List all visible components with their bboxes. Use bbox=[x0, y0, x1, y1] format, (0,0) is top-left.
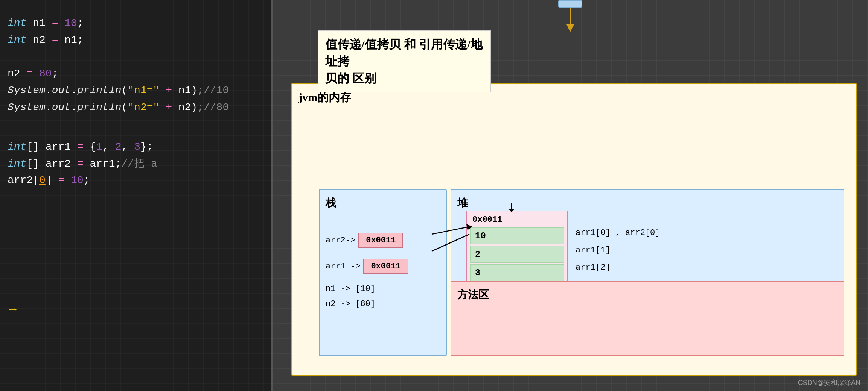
top-connector bbox=[558, 0, 582, 32]
heap-inner-box: 0x0011 10 2 3 bbox=[466, 211, 568, 286]
heap-cell-2: 3 bbox=[470, 264, 564, 281]
code-line-8: int[] arr2 = arr1;//把 a bbox=[8, 156, 263, 173]
stack-arr1-entry: arr1 -> 0x0011 bbox=[326, 259, 440, 274]
code-line-4: n2 = 80; bbox=[8, 65, 263, 82]
arr2-value: 0x0011 bbox=[358, 233, 403, 248]
method-box: 方法区 bbox=[451, 281, 844, 356]
arr2-label: arr2-> bbox=[326, 236, 355, 245]
code-line-3 bbox=[8, 49, 263, 66]
stack-arr2-entry: arr2-> 0x0011 bbox=[326, 233, 440, 248]
arr1-label: arr1 -> bbox=[326, 262, 360, 271]
stack-n1-entry: n1 -> [10] bbox=[326, 282, 440, 297]
connector-box bbox=[558, 0, 582, 8]
code-line-2: int n2 = n1; bbox=[8, 32, 263, 49]
method-label: 方法区 bbox=[457, 288, 838, 302]
title-box: 值传递/值拷贝 和 引用传递/地址拷 贝的 区别 bbox=[318, 30, 491, 92]
code-line-5: System.out.println("n1=" + n1);//10 bbox=[8, 82, 263, 99]
code-line-9: arr2[0] = 10; bbox=[8, 172, 263, 189]
code-content: int n1 = 10; int n2 = n1; n2 = 80; Syste… bbox=[0, 0, 271, 204]
code-section-2: int[] arr1 = {1, 2, 3}; int[] arr2 = arr… bbox=[8, 135, 263, 193]
heap-ann-2: arr1[2] bbox=[576, 263, 610, 272]
code-line-7: int[] arr1 = {1, 2, 3}; bbox=[8, 139, 263, 156]
heap-ann-0: arr1[0] , arr2[0] bbox=[576, 228, 660, 238]
title-text: 值传递/值拷贝 和 引用传递/地址拷 贝的 区别 bbox=[325, 38, 483, 85]
stack-label: 栈 bbox=[326, 196, 440, 210]
heap-cell-1: 2 bbox=[470, 246, 564, 263]
code-line-6: System.out.println("n2=" + n2);//80 bbox=[8, 99, 263, 116]
jvm-memory-box: jvm的内存 栈 arr2-> 0x0011 arr1 -> 0x0011 n1… bbox=[291, 83, 857, 376]
stack-n2-entry: n2 -> [80] bbox=[326, 297, 440, 312]
diagram-panel: 值传递/值拷贝 和 引用传递/地址拷 贝的 区别 jvm的内存 栈 arr2->… bbox=[273, 0, 868, 391]
heap-ann-1: arr1[1] bbox=[576, 246, 610, 255]
code-line-1: int n1 = 10; bbox=[8, 15, 263, 32]
watermark: CSDN@安和深泽AN bbox=[798, 378, 860, 387]
stack-box: 栈 arr2-> 0x0011 arr1 -> 0x0011 n1 -> [10… bbox=[319, 189, 447, 356]
heap-address: 0x0011 bbox=[470, 214, 564, 225]
down-arrow-svg bbox=[565, 8, 576, 32]
svg-marker-1 bbox=[566, 24, 574, 32]
yellow-cursor-arrow: → bbox=[7, 302, 19, 316]
code-section-1: int n1 = 10; int n2 = n1; n2 = 80; Syste… bbox=[8, 11, 263, 120]
heap-cell-0: 10 bbox=[470, 227, 564, 244]
code-panel: int n1 = 10; int n2 = n1; n2 = 80; Syste… bbox=[0, 0, 271, 391]
arr1-value: 0x0011 bbox=[363, 259, 408, 274]
heap-label: 堆 bbox=[457, 196, 838, 210]
